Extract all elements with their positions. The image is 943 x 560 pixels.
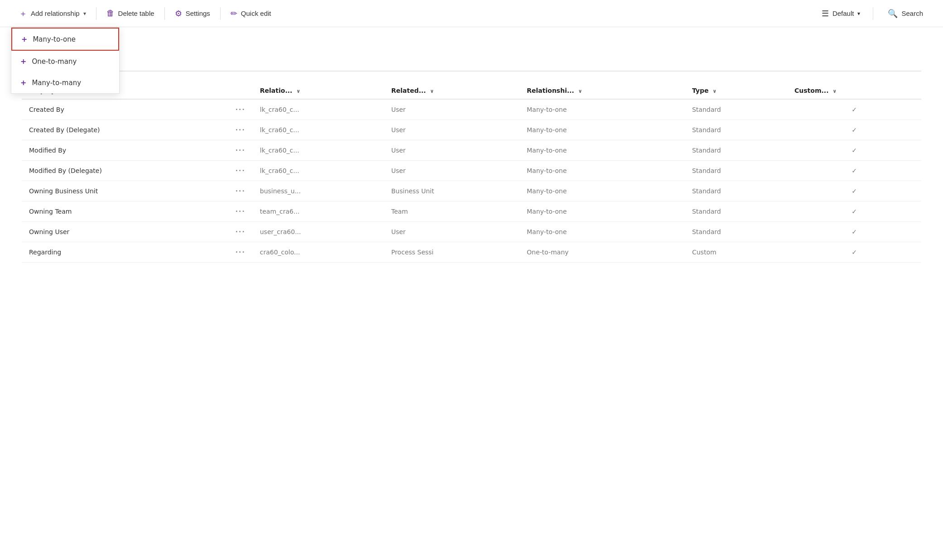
search-label: Search (901, 10, 923, 17)
table-row[interactable]: Modified By (Delegate) ··· lk_cra60_c...… (22, 161, 921, 181)
cell-type: Standard (685, 140, 787, 161)
cell-display-name: Owning User (22, 222, 228, 242)
toolbar: ＋ Add relationship ▾ 🗑 Delete table ⚙ Se… (0, 0, 943, 27)
cell-custom: ✓ (787, 161, 921, 181)
cell-custom: ✓ (787, 181, 921, 201)
cell-relation: user_cra60... (253, 222, 384, 242)
table-row[interactable]: Modified By ··· lk_cra60_c... User Many-… (22, 140, 921, 161)
delete-table-button[interactable]: 🗑 Delete table (98, 4, 163, 23)
separator-4 (873, 7, 873, 20)
quick-edit-button[interactable]: ✏ Quick edit (222, 4, 279, 23)
cell-relation: cra60_colo... (253, 242, 384, 263)
add-relationship-label: Add relationship (31, 10, 80, 17)
table-row[interactable]: Created By ··· lk_cra60_c... User Many-t… (22, 99, 921, 120)
col-custom[interactable]: Custom... ∨ (787, 82, 921, 99)
cell-display-name: Modified By (Delegate) (22, 161, 228, 181)
sort-custom-icon[interactable]: ∨ (832, 88, 837, 94)
search-icon: 🔍 (888, 9, 898, 19)
col-type[interactable]: Type ∨ (685, 82, 787, 99)
table-header-row: Display name ↑ ∨ Relatio... ∨ Related...… (22, 82, 921, 99)
cell-type: Standard (685, 120, 787, 140)
sort-relation-icon[interactable]: ∨ (296, 88, 300, 94)
cell-ellipsis[interactable]: ··· (228, 161, 253, 181)
sort-relationship-icon[interactable]: ∨ (578, 88, 582, 94)
cell-type: Standard (685, 201, 787, 222)
plus-icon: ＋ (19, 8, 27, 19)
view-selector-button[interactable]: ☰ Default ▾ (814, 5, 868, 22)
cell-ellipsis[interactable]: ··· (228, 201, 253, 222)
cell-display-name: Created By (22, 99, 228, 120)
sort-type-icon[interactable]: ∨ (712, 88, 717, 94)
toolbar-right: ☰ Default ▾ 🔍 Search (814, 5, 932, 22)
cell-type: Standard (685, 99, 787, 120)
table-row[interactable]: Owning Business Unit ··· business_u... B… (22, 181, 921, 201)
trash-icon: 🗑 (106, 9, 115, 18)
cell-custom: ✓ (787, 120, 921, 140)
col-ellipsis-header (228, 82, 253, 99)
plus-icon-many-to-many: + (20, 78, 26, 87)
cell-custom: ✓ (787, 140, 921, 161)
dropdown-label-many-to-one: Many-to-one (33, 35, 76, 43)
cell-relationship: Many-to-one (520, 181, 685, 201)
tabs: os Views (22, 51, 921, 72)
dropdown-item-one-to-many[interactable]: + One-to-many (11, 51, 119, 72)
cell-display-name: Regarding (22, 242, 228, 263)
cell-ellipsis[interactable]: ··· (228, 120, 253, 140)
cell-related: User (384, 99, 520, 120)
settings-label: Settings (186, 10, 210, 17)
cell-related: Business Unit (384, 181, 520, 201)
table-row[interactable]: Regarding ··· cra60_colo... Process Sess… (22, 242, 921, 263)
table-row[interactable]: Owning User ··· user_cra60... User Many-… (22, 222, 921, 242)
cell-relationship: One-to-many (520, 242, 685, 263)
separator-3 (220, 7, 221, 20)
cell-display-name: Modified By (22, 140, 228, 161)
add-relationship-dropdown: + Many-to-one + One-to-many + Many-to-ma… (11, 27, 120, 94)
dropdown-label-many-to-many: Many-to-many (32, 79, 81, 87)
hamburger-icon: ☰ (822, 9, 829, 19)
cell-relationship: Many-to-one (520, 161, 685, 181)
dropdown-item-many-to-many[interactable]: + Many-to-many (11, 72, 119, 93)
dropdown-label-one-to-many: One-to-many (32, 57, 77, 66)
pencil-icon: ✏ (231, 9, 237, 19)
cell-custom: ✓ (787, 242, 921, 263)
cell-relation: lk_cra60_c... (253, 120, 384, 140)
chevron-down-icon: ▾ (83, 10, 86, 17)
dropdown-item-many-to-one[interactable]: + Many-to-one (11, 28, 119, 51)
settings-button[interactable]: ⚙ Settings (167, 4, 218, 23)
cell-ellipsis[interactable]: ··· (228, 181, 253, 201)
gear-icon: ⚙ (175, 9, 182, 19)
plus-icon-many-to-one: + (21, 35, 27, 43)
plus-icon-one-to-many: + (20, 57, 26, 66)
cell-ellipsis[interactable]: ··· (228, 222, 253, 242)
col-relation[interactable]: Relatio... ∨ (253, 82, 384, 99)
cell-relationship: Many-to-one (520, 99, 685, 120)
cell-type: Standard (685, 161, 787, 181)
cell-ellipsis[interactable]: ··· (228, 99, 253, 120)
cell-type: Standard (685, 181, 787, 201)
cell-relation: lk_cra60_c... (253, 99, 384, 120)
cell-ellipsis[interactable]: ··· (228, 140, 253, 161)
cell-type: Custom (685, 242, 787, 263)
cell-ellipsis[interactable]: ··· (228, 242, 253, 263)
cell-custom: ✓ (787, 222, 921, 242)
cell-type: Standard (685, 222, 787, 242)
cell-relationship: Many-to-one (520, 201, 685, 222)
cell-related: User (384, 161, 520, 181)
page-content: es › Color os Views Display name ↑ ∨ Rel… (0, 27, 943, 263)
cell-related: User (384, 140, 520, 161)
add-relationship-button[interactable]: ＋ Add relationship ▾ (11, 4, 94, 24)
search-button[interactable]: 🔍 Search (879, 5, 932, 22)
cell-display-name: Owning Business Unit (22, 181, 228, 201)
table-row[interactable]: Owning Team ··· team_cra6... Team Many-t… (22, 201, 921, 222)
cell-display-name: Owning Team (22, 201, 228, 222)
cell-related: User (384, 120, 520, 140)
col-related[interactable]: Related... ∨ (384, 82, 520, 99)
col-relationship[interactable]: Relationshi... ∨ (520, 82, 685, 99)
delete-table-label: Delete table (118, 10, 154, 17)
cell-display-name: Created By (Delegate) (22, 120, 228, 140)
table-row[interactable]: Created By (Delegate) ··· lk_cra60_c... … (22, 120, 921, 140)
sort-related-icon[interactable]: ∨ (430, 88, 434, 94)
breadcrumb: es › Color (22, 27, 921, 51)
cell-relationship: Many-to-one (520, 140, 685, 161)
cell-relation: team_cra6... (253, 201, 384, 222)
